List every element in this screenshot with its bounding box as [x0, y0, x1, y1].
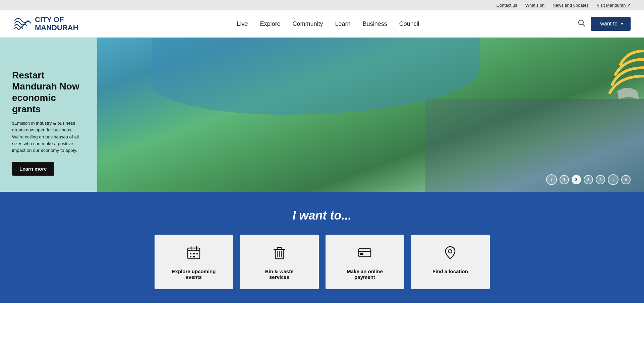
svg-rect-9 [190, 256, 191, 257]
nav-learn[interactable]: Learn [335, 20, 351, 27]
visit-mandurah-link[interactable]: Visit Mandurah ↗ [597, 3, 631, 8]
card-find-location[interactable]: Find a location [411, 235, 490, 289]
nav-council[interactable]: Council [399, 20, 419, 27]
nav-live[interactable]: Live [237, 20, 248, 27]
nav-business[interactable]: Business [363, 20, 387, 27]
logo-text: CITY OF MANDURAH [35, 16, 78, 32]
logo-waves-icon [13, 16, 31, 31]
location-pin-icon [443, 245, 458, 263]
nav-community[interactable]: Community [293, 20, 323, 27]
svg-rect-7 [193, 253, 195, 254]
i-want-to-section: I want to... Explore upcomingevents [0, 192, 644, 303]
card-bin-waste[interactable]: Bin & wasteservices [240, 235, 319, 289]
carousel-nav: ‹ 1 2 3 4 › ⏸ [546, 174, 631, 185]
hero-description: $1million in industry & business grants … [12, 120, 86, 154]
nav-right: I want to [578, 17, 631, 31]
hero-title: Restart Mandurah Now economic grants [12, 70, 86, 115]
carousel-prev-button[interactable]: ‹ [546, 174, 557, 185]
svg-rect-6 [190, 253, 191, 254]
carousel-dot-3[interactable]: 3 [584, 175, 593, 184]
hero-section: Restart Mandurah Now economic grants $1m… [0, 38, 644, 192]
svg-rect-10 [193, 256, 195, 257]
carousel-dot-2[interactable]: 2 [572, 175, 581, 184]
hero-cta-button[interactable]: Learn more [12, 162, 54, 176]
svg-rect-17 [359, 249, 371, 257]
card-label-explore-events: Explore upcomingevents [172, 268, 216, 280]
main-nav: Live Explore Community Learn Business Co… [237, 20, 419, 27]
hero-image: ‹ 1 2 3 4 › ⏸ [97, 38, 644, 192]
card-explore-events[interactable]: Explore upcomingevents [155, 235, 233, 289]
top-bar: Contact us What's on News and updates Vi… [0, 0, 644, 10]
contact-us-link[interactable]: Contact us [496, 3, 517, 8]
card-label-find-location: Find a location [432, 268, 468, 274]
whats-on-link[interactable]: What's on [525, 3, 544, 8]
news-updates-link[interactable]: News and updates [552, 3, 589, 8]
search-button[interactable] [578, 19, 585, 28]
svg-rect-8 [196, 253, 198, 254]
card-payment-icon [357, 245, 372, 263]
carousel-dot-4[interactable]: 4 [596, 175, 605, 184]
carousel-dot-1[interactable]: 1 [560, 175, 569, 184]
svg-rect-19 [360, 253, 363, 255]
calendar-icon [186, 245, 201, 263]
search-icon [578, 19, 585, 27]
bin-icon [272, 245, 287, 263]
carousel-next-button[interactable]: › [608, 174, 619, 185]
hero-content-panel: Restart Mandurah Now economic grants $1m… [0, 38, 97, 192]
svg-line-1 [583, 24, 585, 26]
svg-point-20 [449, 250, 452, 253]
carousel-pause-button[interactable]: ⏸ [621, 175, 631, 184]
svg-rect-13 [277, 247, 281, 249]
card-label-bin-waste: Bin & wasteservices [265, 268, 293, 280]
header: CITY OF MANDURAH Live Explore Community … [0, 10, 644, 38]
cards-grid: Explore upcomingevents Bin & wasteservic… [155, 235, 490, 289]
card-label-online-payment: Make an onlinepayment [347, 268, 383, 280]
i-want-to-button[interactable]: I want to [591, 17, 631, 31]
logo-area[interactable]: CITY OF MANDURAH [13, 16, 78, 32]
card-online-payment[interactable]: Make an onlinepayment [326, 235, 404, 289]
i-want-label: I want to [597, 21, 618, 27]
nav-explore[interactable]: Explore [260, 20, 281, 27]
section-title: I want to... [13, 208, 631, 223]
